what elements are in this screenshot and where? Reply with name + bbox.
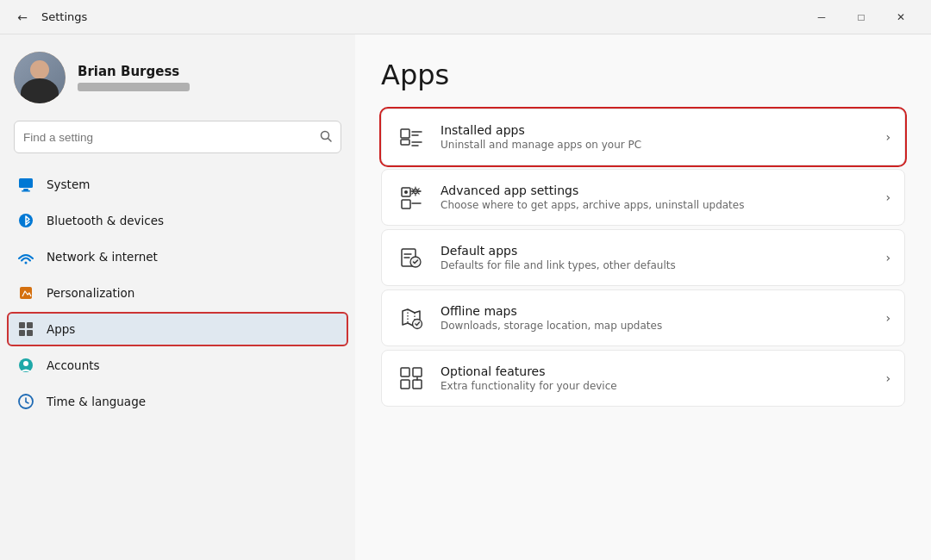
time-label: Time & language <box>47 395 146 408</box>
offline-maps-title: Offline maps <box>441 304 858 318</box>
search-box[interactable] <box>14 121 341 153</box>
svg-rect-3 <box>23 189 28 190</box>
default-apps-chevron: › <box>885 251 890 264</box>
installed-apps-inner: Installed apps Uninstall and manage apps… <box>382 109 872 165</box>
sidebar-item-personalization[interactable]: Personalization <box>7 276 348 310</box>
svg-rect-15 <box>401 129 409 138</box>
advanced-settings-icon <box>396 182 427 213</box>
advanced-app-settings-card[interactable]: Advanced app settings Choose where to ge… <box>381 169 905 226</box>
settings-list: Installed apps Uninstall and manage apps… <box>381 109 905 407</box>
svg-rect-4 <box>22 190 30 192</box>
installed-apps-subtitle: Uninstall and manage apps on your PC <box>441 139 858 151</box>
offline-maps-text: Offline maps Downloads, storage location… <box>441 304 858 332</box>
default-apps-card[interactable]: Default apps Defaults for file and link … <box>381 229 905 286</box>
sidebar-item-accounts[interactable]: Accounts <box>7 348 348 383</box>
nav-list: System Bluetooth & devices <box>0 167 355 420</box>
sidebar-item-bluetooth[interactable]: Bluetooth & devices <box>7 203 348 238</box>
personalization-label: Personalization <box>47 286 134 300</box>
svg-rect-16 <box>401 140 409 145</box>
search-input[interactable] <box>23 131 313 144</box>
optional-features-subtitle: Extra functionality for your device <box>441 380 858 392</box>
sidebar-item-system[interactable]: System <box>7 167 348 202</box>
default-apps-inner: Default apps Defaults for file and link … <box>382 230 872 285</box>
advanced-app-settings-subtitle: Choose where to get apps, archive apps, … <box>441 199 858 211</box>
time-icon <box>17 393 34 410</box>
optional-features-card[interactable]: Optional features Extra functionality fo… <box>381 350 905 407</box>
svg-rect-11 <box>27 330 33 336</box>
accounts-label: Accounts <box>47 358 100 372</box>
system-icon <box>17 176 34 193</box>
default-apps-title: Default apps <box>441 244 858 258</box>
sidebar-item-network[interactable]: Network & internet <box>7 240 348 274</box>
svg-rect-34 <box>401 380 409 389</box>
bluetooth-icon <box>17 212 34 229</box>
search-icon <box>320 130 332 145</box>
close-button[interactable]: ✕ <box>881 0 921 34</box>
app-title: Settings <box>41 10 87 23</box>
installed-apps-card[interactable]: Installed apps Uninstall and manage apps… <box>381 109 905 165</box>
content-area: Apps Inst <box>355 34 931 560</box>
default-apps-text: Default apps Defaults for file and link … <box>441 244 858 271</box>
svg-rect-9 <box>27 322 33 328</box>
offline-maps-inner: Offline maps Downloads, storage location… <box>382 290 872 345</box>
offline-maps-card[interactable]: Offline maps Downloads, storage location… <box>381 289 905 346</box>
optional-features-title: Optional features <box>441 364 858 378</box>
svg-rect-32 <box>401 368 409 376</box>
optional-features-icon <box>396 363 427 394</box>
user-name: Brian Burgess <box>78 64 190 79</box>
svg-rect-23 <box>402 200 410 208</box>
svg-rect-8 <box>19 322 25 328</box>
default-apps-subtitle: Defaults for file and link types, other … <box>441 259 858 271</box>
offline-maps-subtitle: Downloads, storage location, map updates <box>441 320 858 332</box>
offline-maps-chevron: › <box>885 311 890 325</box>
advanced-app-settings-chevron: › <box>885 190 890 204</box>
system-label: System <box>47 177 90 191</box>
network-icon <box>17 248 34 265</box>
search-container <box>0 117 355 167</box>
advanced-app-settings-inner: Advanced app settings Choose where to ge… <box>382 170 872 225</box>
optional-features-chevron: › <box>885 371 890 385</box>
svg-point-22 <box>404 190 408 194</box>
offline-maps-icon <box>396 302 427 333</box>
accounts-icon <box>17 357 34 374</box>
user-email-bar <box>78 83 190 91</box>
installed-apps-icon <box>396 121 427 152</box>
personalization-icon <box>17 284 34 302</box>
network-label: Network & internet <box>47 250 158 264</box>
page-title: Apps <box>381 59 905 91</box>
titlebar: ← Settings ─ □ ✕ <box>0 0 931 34</box>
default-apps-icon <box>396 242 427 273</box>
svg-rect-35 <box>413 380 422 389</box>
sidebar-item-time[interactable]: Time & language <box>7 384 348 419</box>
apps-icon <box>17 320 34 338</box>
installed-apps-chevron: › <box>885 130 890 144</box>
installed-apps-title: Installed apps <box>441 123 858 137</box>
optional-features-inner: Optional features Extra functionality fo… <box>382 351 872 406</box>
minimize-button[interactable]: ─ <box>802 0 841 34</box>
apps-label: Apps <box>47 322 75 336</box>
svg-rect-33 <box>413 368 422 376</box>
bluetooth-label: Bluetooth & devices <box>47 214 164 227</box>
advanced-app-settings-title: Advanced app settings <box>441 184 858 197</box>
svg-line-1 <box>328 138 332 141</box>
svg-rect-10 <box>19 330 25 336</box>
svg-point-6 <box>25 262 28 264</box>
sidebar-item-apps[interactable]: Apps <box>7 312 348 346</box>
sidebar: Brian Burgess <box>0 34 355 560</box>
advanced-app-settings-text: Advanced app settings Choose where to ge… <box>441 184 858 211</box>
user-profile: Brian Burgess <box>0 34 355 117</box>
installed-apps-text: Installed apps Uninstall and manage apps… <box>441 123 858 151</box>
optional-features-text: Optional features Extra functionality fo… <box>441 364 858 392</box>
user-info: Brian Burgess <box>78 64 190 91</box>
svg-rect-2 <box>19 178 33 188</box>
app-body: Brian Burgess <box>0 34 931 560</box>
window-controls: ─ □ ✕ <box>802 0 921 34</box>
maximize-button[interactable]: □ <box>841 0 881 34</box>
svg-point-13 <box>23 361 28 366</box>
avatar <box>14 52 66 103</box>
back-button[interactable]: ← <box>10 5 34 29</box>
